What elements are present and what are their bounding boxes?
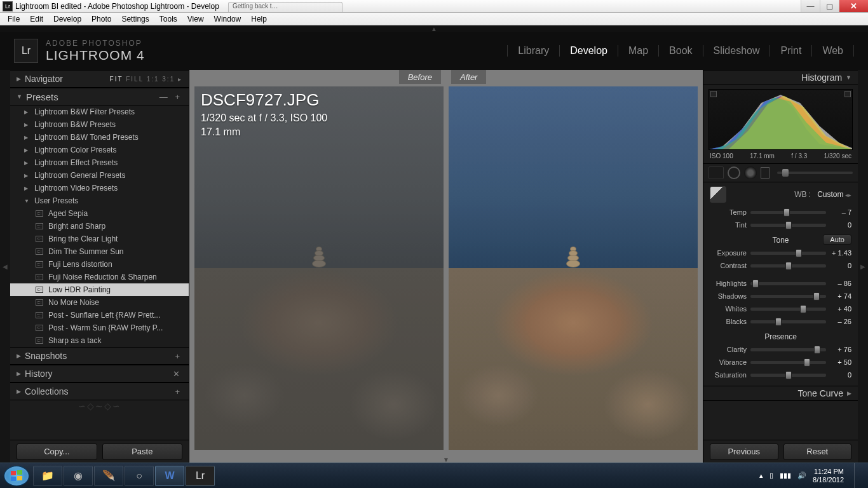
module-web[interactable]: Web: [812, 45, 854, 57]
menu-settings[interactable]: Settings: [116, 15, 154, 24]
top-panel-toggle[interactable]: ▲: [0, 25, 868, 32]
menu-photo[interactable]: Photo: [86, 15, 116, 24]
module-print[interactable]: Print: [770, 45, 812, 57]
copy-button[interactable]: Copy...: [17, 444, 97, 460]
preset-item[interactable]: Bright and Sharp: [10, 220, 189, 233]
filmstrip-toggle[interactable]: ▼: [189, 456, 703, 463]
preset-group[interactable]: ▶Lightroom B&W Presets: [10, 118, 189, 131]
exposure-slider[interactable]: Exposure+ 1.43: [710, 247, 851, 259]
histogram[interactable]: [709, 89, 853, 150]
preset-item[interactable]: Sharp as a tack: [10, 334, 189, 347]
histogram-header[interactable]: Histogram▼: [703, 70, 858, 85]
expand-icon: ▶: [17, 76, 21, 82]
preset-item[interactable]: Dim The Summer Sun: [10, 245, 189, 258]
preset-item[interactable]: No More Noise: [10, 296, 189, 309]
history-header[interactable]: ▶History✕: [10, 365, 189, 383]
module-library[interactable]: Library: [507, 45, 560, 57]
menu-help[interactable]: Help: [246, 15, 272, 24]
tone-section: ToneAuto: [710, 236, 851, 245]
temp-slider[interactable]: Temp– 7: [710, 207, 851, 218]
menu-window[interactable]: Window: [209, 15, 247, 24]
preset-group-user[interactable]: ▼User Presets: [10, 194, 189, 207]
battery-icon[interactable]: ▯: [770, 471, 773, 480]
spot-tool-icon[interactable]: [728, 166, 740, 179]
histogram-info: ISO 10017.1 mmf / 3.31/320 sec: [709, 152, 853, 159]
highlights-slider[interactable]: Highlights– 86: [710, 278, 851, 289]
preset-group[interactable]: ▶Lightroom Color Presets: [10, 144, 189, 156]
module-develop[interactable]: Develop: [560, 45, 618, 57]
before-label: Before: [399, 70, 441, 84]
taskbar-chrome-icon[interactable]: ◉: [64, 466, 93, 486]
tray-expand-icon[interactable]: ▴: [759, 471, 763, 480]
preset-item[interactable]: Post - Sunflare Left {RAW Prett...: [10, 309, 189, 322]
auto-tone-button[interactable]: Auto: [823, 234, 851, 245]
preset-group[interactable]: ▶Lightroom Video Presets: [10, 182, 189, 194]
wb-dropdown[interactable]: Custom: [817, 190, 851, 199]
taskbar-word-icon[interactable]: W: [155, 466, 184, 486]
module-map[interactable]: Map: [618, 45, 659, 57]
snapshots-header[interactable]: ▶Snapshots+: [10, 347, 189, 365]
left-edge-toggle[interactable]: ◀: [0, 70, 10, 463]
reset-button[interactable]: Reset: [783, 444, 852, 460]
menu-develop[interactable]: Develop: [48, 15, 86, 24]
tonecurve-header[interactable]: Tone Curve▶: [703, 386, 858, 401]
taskbar-lightroom-icon[interactable]: Lr: [186, 466, 215, 486]
focal-label: 17.1 mm: [201, 126, 327, 138]
app-icon: Lr: [3, 1, 13, 11]
system-tray: ▴ ▯ ▮▮▮ 🔊 11:24 PM8/18/2012: [759, 463, 864, 489]
shadows-slider[interactable]: Shadows+ 74: [710, 290, 851, 302]
collections-header[interactable]: ▶Collections+: [10, 383, 189, 400]
taskbar-app-icon[interactable]: 🪶: [94, 466, 123, 486]
preset-group[interactable]: ▶Lightroom Effect Presets: [10, 156, 189, 169]
wb-eyedropper-icon[interactable]: [710, 186, 726, 203]
menu-edit[interactable]: Edit: [25, 15, 48, 24]
right-edge-toggle[interactable]: ▶: [858, 70, 868, 463]
preset-item[interactable]: Post - Warm Sun {RAW Pretty P...: [10, 322, 189, 334]
menu-view[interactable]: View: [182, 15, 209, 24]
blacks-slider[interactable]: Blacks– 26: [710, 316, 851, 327]
menu-file[interactable]: File: [3, 15, 25, 24]
paste-button[interactable]: Paste: [102, 444, 183, 460]
clarity-slider[interactable]: Clarity+ 76: [710, 344, 851, 355]
panel-ornament: ∽◇∼◇∽: [10, 400, 189, 412]
preset-item[interactable]: Bring the Clear Light: [10, 233, 189, 245]
minimize-button[interactable]: —: [801, 0, 820, 12]
contrast-slider[interactable]: Contrast0: [710, 260, 851, 271]
saturation-slider[interactable]: Saturation0: [710, 369, 851, 381]
menu-tools[interactable]: Tools: [154, 15, 182, 24]
preset-item-selected[interactable]: Low HDR Painting: [10, 283, 189, 296]
preset-item[interactable]: Fuji Noise Reduction & Sharpen: [10, 271, 189, 283]
preset-item[interactable]: Aged Sepia: [10, 207, 189, 220]
maximize-button[interactable]: ▢: [820, 0, 839, 12]
before-image[interactable]: DSCF9727.JPG 1/320 sec at f / 3.3, ISO 1…: [194, 86, 444, 450]
preset-group[interactable]: ▶Lightroom General Presets: [10, 169, 189, 182]
volume-icon[interactable]: 🔊: [797, 471, 806, 480]
module-book[interactable]: Book: [659, 45, 703, 57]
brush-size-slider[interactable]: [777, 172, 853, 174]
preset-item[interactable]: Fuji Lens distortion: [10, 258, 189, 271]
previous-button[interactable]: Previous: [710, 444, 778, 460]
navigator-header[interactable]: ▶ Navigator FIT FILL 1:1 3:1 ▸: [10, 70, 189, 88]
presets-tools[interactable]: — +: [159, 92, 182, 102]
gradient-tool-icon[interactable]: [761, 167, 770, 179]
clock[interactable]: 11:24 PM8/18/2012: [813, 468, 844, 484]
whites-slider[interactable]: Whites+ 40: [710, 303, 851, 315]
wifi-icon[interactable]: ▮▮▮: [780, 471, 791, 480]
show-desktop-button[interactable]: [854, 463, 860, 489]
redeye-tool-icon[interactable]: [744, 166, 757, 179]
close-button[interactable]: ✕: [839, 0, 868, 12]
module-slideshow[interactable]: Slideshow: [703, 45, 771, 57]
vibrance-slider[interactable]: Vibrance+ 50: [710, 356, 851, 368]
preset-group[interactable]: ▶Lightroom B&W Filter Presets: [10, 105, 189, 118]
tint-slider[interactable]: Tint0: [710, 219, 851, 231]
preset-group[interactable]: ▶Lightroom B&W Toned Presets: [10, 131, 189, 144]
navigator-zoom-options[interactable]: FIT FILL 1:1 3:1 ▸: [110, 76, 182, 83]
after-image[interactable]: [449, 86, 698, 450]
browser-tab[interactable]: Getting back t…: [228, 2, 342, 12]
taskbar-explorer-icon[interactable]: 📁: [33, 466, 62, 486]
presets-header[interactable]: ▼ Presets — +: [10, 88, 189, 105]
start-button[interactable]: [4, 466, 29, 486]
crop-tool-icon[interactable]: [709, 166, 724, 179]
svg-rect-2: [11, 477, 16, 481]
taskbar-app-icon[interactable]: ○: [125, 466, 154, 486]
